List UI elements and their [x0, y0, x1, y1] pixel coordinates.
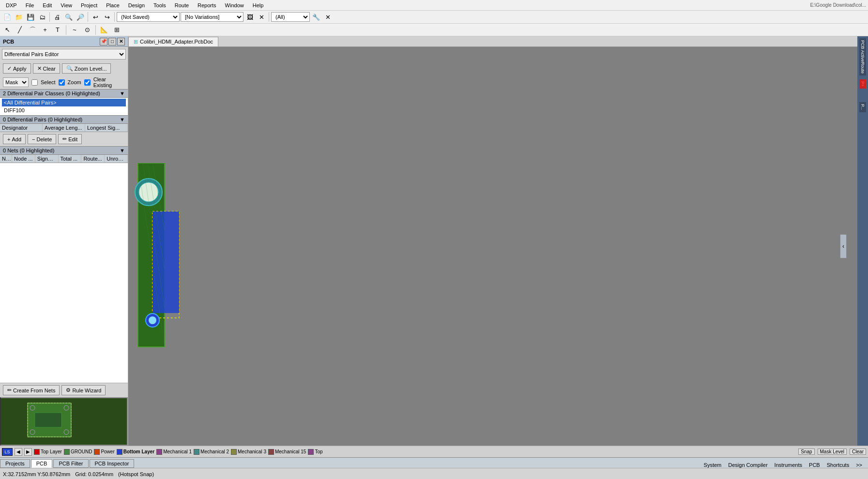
col-designator: Designator [0, 124, 43, 132]
snap-label[interactable]: Snap [798, 449, 814, 455]
zoom-checkbox[interactable] [59, 79, 65, 86]
apply-button[interactable]: ✓ Apply [3, 63, 31, 74]
toolbar-print[interactable]: 🖨 [52, 12, 62, 22]
toolbar2-line[interactable]: ╱ [15, 25, 25, 35]
delete-button[interactable]: − Delete [28, 134, 56, 144]
add-button[interactable]: + Add [3, 134, 26, 144]
pair-class-diff100[interactable]: DIFF100 [2, 106, 126, 114]
menu-design[interactable]: Design [124, 1, 149, 9]
toolbar-save-all[interactable]: 🗂 [37, 12, 47, 22]
menu-project[interactable]: Project [77, 1, 101, 9]
layer-nav-right[interactable]: ▶ [24, 448, 32, 456]
rule-wizard-button[interactable]: ⚙ Rule Wizard [61, 385, 106, 395]
clear-button[interactable]: ✕ Clear [33, 63, 60, 74]
canvas-area[interactable]: ‹ [128, 47, 857, 446]
section-instruments[interactable]: Instruments [773, 462, 804, 468]
toolbar-open[interactable]: 📁 [14, 12, 24, 22]
sep6 [95, 25, 96, 35]
toolbar2-route[interactable]: ~ [69, 25, 80, 35]
tab-projects[interactable]: Projects [0, 459, 30, 468]
toolbar2-grid[interactable]: ⊞ [111, 25, 122, 35]
menu-route[interactable]: Route [171, 1, 193, 9]
menu-edit[interactable]: Edit [39, 1, 56, 9]
layer-mech15[interactable]: Mechanical 15 [268, 449, 306, 455]
menu-tools[interactable]: Tools [150, 1, 170, 9]
menu-view[interactable]: View [57, 1, 76, 9]
menu-reports[interactable]: Reports [194, 1, 220, 9]
menu-help[interactable]: Help [249, 1, 268, 9]
panel-pin-btn[interactable]: 📌 [100, 38, 107, 45]
panel-maximize-btn[interactable]: □ [108, 38, 116, 45]
section-system[interactable]: System [702, 462, 724, 468]
toolbar-filter-btn1[interactable]: 🔧 [311, 12, 321, 22]
all-select[interactable]: (All) [271, 12, 310, 22]
toolbar-zoom-out[interactable]: 🔎 [75, 12, 86, 22]
menu-window[interactable]: Window [221, 1, 248, 9]
toolbar2-arrow[interactable]: ↖ [2, 25, 13, 35]
variation-select[interactable]: [No Variations] [181, 12, 244, 22]
toolbar-redo[interactable]: ↪ [102, 12, 112, 22]
nets-arrow[interactable]: ▼ [120, 148, 125, 153]
doc-tab-pcb[interactable]: ⊞ Colibri_HDMI_Adapter.PcbDoc [128, 37, 218, 46]
diff-pairs-arrow[interactable]: ▼ [120, 117, 125, 122]
layer-power[interactable]: Power [94, 449, 114, 455]
layer-top[interactable]: Top Layer [34, 449, 62, 455]
mask-select[interactable]: Mask [3, 77, 29, 87]
clear-existing-checkbox[interactable] [84, 79, 91, 86]
edit-button[interactable]: ✏ Edit [58, 134, 82, 144]
toolbar-zoom-in[interactable]: 🔍 [63, 12, 74, 22]
toolbar-var-btn1[interactable]: 🖼 [244, 12, 255, 22]
pcb-active-route-label[interactable]: PCB ActiveRoute [859, 38, 866, 75]
toolbar2-place[interactable]: + [40, 25, 50, 35]
panel-close-btn[interactable]: ✕ [117, 38, 125, 45]
toolbar-undo[interactable]: ↩ [90, 12, 101, 22]
layer-bottom-label: Bottom Layer [123, 449, 154, 454]
current-layer-indicator[interactable]: LS [2, 448, 13, 456]
create-from-nets-button[interactable]: ✏ Create From Nets [3, 385, 60, 395]
section-more[interactable]: >> [854, 462, 864, 468]
svg-rect-9 [152, 211, 179, 313]
section-shortcuts[interactable]: Shortcuts [825, 462, 851, 468]
tab-pcb-filter[interactable]: PCB Filter [53, 459, 88, 468]
right-collapse-arrow[interactable]: ‹ [840, 234, 847, 258]
layer-mech3[interactable]: Mechanical 3 [231, 449, 266, 455]
section-design-compiler[interactable]: Design Compiler [726, 462, 769, 468]
layer-mech1[interactable]: Mechanical 1 [156, 449, 192, 455]
toolbar-new[interactable]: 📄 [2, 12, 13, 22]
pcb-active-route-label3[interactable]: P... [859, 102, 866, 112]
editor-dropdown[interactable]: Differential Pairs Editor [2, 49, 126, 60]
clear-label: Clear [43, 66, 56, 72]
diff-pair-classes-title: 2 Differential Pair Classes (0 Highlight… [3, 90, 100, 96]
toolbar2-arc[interactable]: ⌒ [27, 25, 38, 35]
toolbar-var-btn2[interactable]: ✕ [256, 12, 267, 22]
menu-place[interactable]: Place [102, 1, 123, 9]
toolbar2-measure[interactable]: 📐 [99, 25, 109, 35]
layer-top2[interactable]: Top [308, 449, 322, 455]
create-label: Create From Nets [13, 388, 55, 393]
clear-layer-label[interactable]: Clear [850, 449, 866, 455]
toolbar2-text[interactable]: T [52, 25, 63, 35]
tab-pcb[interactable]: PCB [31, 459, 53, 468]
mask-level-label[interactable]: Mask Level [818, 449, 847, 455]
section-pcb[interactable]: PCB [807, 462, 822, 468]
pcb-active-route-label2[interactable]: P+ [859, 79, 866, 89]
thumbnail-area[interactable] [0, 397, 128, 446]
menu-file[interactable]: File [22, 1, 38, 9]
toolbar-filter-btn2[interactable]: ✕ [322, 12, 333, 22]
net-col-signal: Signal... [35, 155, 59, 163]
layer-nav-left[interactable]: ◀ [15, 448, 22, 456]
tab-pcb-inspector[interactable]: PCB Inspector [90, 459, 135, 468]
select-checkbox[interactable] [31, 79, 38, 86]
layer-mech15-color [268, 449, 274, 455]
layer-bottom[interactable]: Bottom Layer [117, 449, 154, 455]
layer-ground[interactable]: GROUND [64, 449, 92, 455]
file-status-select[interactable]: (Not Saved) [117, 12, 180, 22]
toolbar2-via[interactable]: ⊙ [82, 25, 92, 35]
layer-mech2[interactable]: Mechanical 2 [194, 449, 229, 455]
layer-ground-color [64, 449, 70, 455]
zoom-level-button[interactable]: 🔍 Zoom Level... [62, 63, 111, 74]
diff-pair-classes-arrow[interactable]: ▼ [120, 90, 125, 96]
menu-dxp[interactable]: DXP [2, 1, 21, 9]
toolbar-save[interactable]: 💾 [25, 12, 36, 22]
pair-class-all[interactable]: <All Differential Pairs> [2, 99, 126, 106]
